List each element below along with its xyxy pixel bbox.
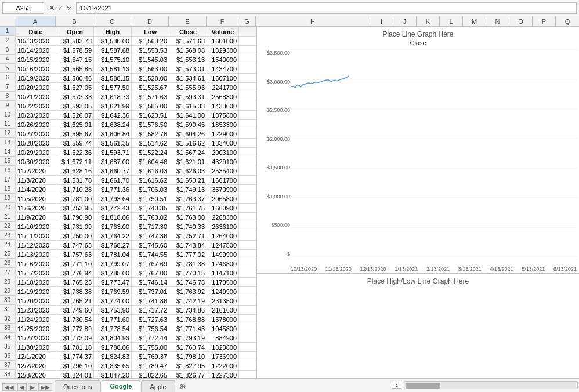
table-row[interactable]: 10/13/2020 $1,583.73 $1,530.00 $1,563.20… — [16, 37, 256, 46]
y-label-0: $ — [287, 251, 290, 257]
tab-nav-prev[interactable]: ◀ — [17, 383, 27, 391]
cell-reference-box[interactable]: A253 — [2, 2, 44, 14]
function-icon: fx — [66, 5, 71, 12]
table-row[interactable]: 11/27/2020 $1,773.09 $1,804.93 $1,772.44… — [16, 333, 256, 343]
col-header-L[interactable]: L — [440, 16, 463, 26]
formula-input[interactable]: 10/12/2021 — [76, 2, 577, 14]
col-header-G[interactable]: G — [238, 16, 256, 26]
col-header-O[interactable]: O — [509, 16, 533, 26]
table-row[interactable]: 11/24/2020 $1,730.54 $1,771.60 $1,727.63… — [16, 315, 256, 324]
table-row[interactable]: 10/23/2020 $1,626.07 $1,642.36 $1,620.51… — [16, 111, 256, 120]
y-label-1000: $1,000.00 — [267, 194, 290, 199]
table-row[interactable]: 10/16/2020 $1,565.85 $1,581.13 $1,563.00… — [16, 64, 256, 74]
col-header-I[interactable]: I — [370, 16, 393, 26]
chart-title: Place Line Graph Here — [257, 27, 579, 38]
row-num-29: 29 — [0, 286, 15, 296]
row-num-35: 35 — [0, 342, 15, 351]
table-row[interactable]: 10/30/2020 $ 1,672.11 $1,687.00 $1,604.4… — [16, 157, 256, 166]
col-header-F[interactable]: F — [207, 16, 238, 26]
x-label-6: 3/13/2021 — [458, 266, 482, 272]
table-row[interactable]: 10/14/2020 $1,578.59 $1,587.68 $1,550.53… — [16, 46, 256, 55]
line-chart-container: Place Line Graph Here Close $3,500.00 $3… — [257, 27, 579, 274]
row-num-8: 8 — [0, 92, 15, 101]
table-row[interactable]: 10/21/2020 $1,573.33 $1,618.73 $1,571.63… — [16, 92, 256, 101]
horizontal-scrollbar[interactable] — [404, 381, 578, 389]
row-num-4: 4 — [0, 55, 15, 64]
row-num-15: 15 — [0, 157, 15, 166]
high-low-chart-title: Place High/Low Line Graph Here — [257, 274, 579, 285]
add-sheet-button[interactable]: ⊕ — [177, 380, 189, 392]
high-low-chart-container: Place High/Low Line Graph Here — [257, 274, 579, 378]
row-numbers: 1 23456789101112131415161718192021222324… — [0, 27, 15, 378]
col-header-H[interactable]: H — [256, 16, 370, 26]
table-row[interactable]: 10/29/2020 $1,522.36 $1,593.71 $1,522.24… — [16, 148, 256, 157]
x-label-7: 4/13/2021 — [490, 266, 513, 272]
row-num-34: 34 — [0, 333, 15, 342]
table-row[interactable]: 11/2/2020 $1,628.16 $1,660.77 $1,616.03 … — [16, 166, 256, 176]
table-row[interactable]: 10/20/2020 $1,527.05 $1,577.50 $1,525.67… — [16, 83, 256, 92]
table-row[interactable]: 11/13/2020 $1,757.63 $1,781.04 $1,744.55… — [16, 250, 256, 259]
x-label-3: 12/13/2020 — [360, 266, 386, 272]
table-row[interactable]: 11/6/2020 $1,753.95 $1,772.43 $1,740.35 … — [16, 204, 256, 213]
table-row[interactable]: 12/1/2020 $1,774.37 $1,824.83 $1,769.37 … — [16, 352, 256, 361]
row-num-5: 5 — [0, 64, 15, 73]
left-data-area: 1 23456789101112131415161718192021222324… — [0, 27, 256, 378]
table-row[interactable]: 11/5/2020 $1,781.00 $1,793.64 $1,750.51 … — [16, 194, 256, 204]
row-num-22: 22 — [0, 222, 15, 231]
table-row[interactable]: 11/18/2020 $1,765.23 $1,773.47 $1,746.14… — [16, 278, 256, 287]
row-num-33: 33 — [0, 324, 15, 333]
table-row[interactable]: 10/28/2020 $1,559.74 $1,561.35 $1,514.62… — [16, 139, 256, 148]
table-row[interactable]: 10/19/2020 $1,580.46 $1,588.15 $1,528.00… — [16, 74, 256, 83]
table-row[interactable]: 10/26/2020 $1,625.01 $1,638.24 $1,576.50… — [16, 120, 256, 129]
table-row[interactable]: 11/30/2020 $1,781.18 $1,788.06 $1,755.00… — [16, 343, 256, 352]
row-num-7: 7 — [0, 82, 15, 92]
table-row[interactable]: 11/23/2020 $1,749.60 $1,753.90 $1,717.72… — [16, 306, 256, 315]
table-row[interactable]: 11/25/2020 $1,772.89 $1,778.54 $1,756.54… — [16, 324, 256, 333]
y-label-3500: $3,500.00 — [267, 50, 290, 56]
scrollbar-thumb[interactable] — [406, 383, 440, 389]
x-label-8: 5/13/2021 — [522, 266, 545, 272]
table-row[interactable]: 11/11/2020 $1,750.00 $1,764.22 $1,747.36… — [16, 231, 256, 241]
tab-nav-next[interactable]: ▶ — [28, 383, 37, 391]
tab-nav-last[interactable]: ▶▶ — [38, 383, 52, 391]
table-row[interactable]: 12/3/2020 $1,824.01 $1,847.20 $1,822.65 … — [16, 371, 256, 379]
row-num-10: 10 — [0, 110, 15, 119]
col-header-P[interactable]: P — [533, 16, 556, 26]
row-num-38: 38 — [0, 370, 15, 378]
col-header-E[interactable]: E — [169, 16, 207, 26]
table-row[interactable]: 11/20/2020 $1,765.21 $1,774.00 $1,741.86… — [16, 296, 256, 306]
table-row[interactable]: 11/12/2020 $1,747.63 $1,768.27 $1,745.60… — [16, 241, 256, 250]
table-row[interactable]: 11/9/2020 $1,790.90 $1,818.06 $1,760.02 … — [16, 213, 256, 222]
table-row[interactable]: 11/3/2020 $1,631.78 $1,661.70 $1,616.62 … — [16, 176, 256, 185]
table-row[interactable]: 11/16/2020 $1,771.10 $1,799.07 $1,767.69… — [16, 259, 256, 268]
table-row[interactable]: 10/27/2020 $1,595.67 $1,606.84 $1,582.78… — [16, 129, 256, 139]
tab-nav-first[interactable]: ◀◀ — [2, 383, 16, 391]
sheet-tab-google[interactable]: Google — [102, 380, 141, 392]
table-row[interactable]: 10/15/2020 $1,547.15 $1,575.10 $1,545.03… — [16, 55, 256, 64]
formula-bar-row: A253 ✕ ✓ fx 10/12/2021 — [0, 0, 579, 16]
y-label-3000: $3,000.00 — [267, 79, 290, 85]
col-header-D[interactable]: D — [131, 16, 169, 26]
col-header-Q[interactable]: Q — [556, 16, 579, 26]
col-header-M[interactable]: M — [463, 16, 486, 26]
col-header-B[interactable]: B — [56, 16, 93, 26]
table-row[interactable]: 10/22/2020 $1,593.05 $1,621.99 $1,585.00… — [16, 101, 256, 111]
col-header-A[interactable]: A — [15, 16, 56, 26]
y-label-2500: $2,500.00 — [267, 107, 290, 113]
sheet-tab-questions[interactable]: Questions — [55, 380, 101, 392]
table-row[interactable]: 11/17/2020 $1,776.94 $1,785.00 $1,767.00… — [16, 268, 256, 278]
sheet-tab-apple[interactable]: Apple — [141, 380, 175, 392]
table-row[interactable]: 12/2/2020 $1,796.10 $1,835.65 $1,789.47 … — [16, 361, 256, 371]
grid-body: 1 23456789101112131415161718192021222324… — [0, 27, 579, 378]
row-num-16: 16 — [0, 166, 15, 175]
table-row[interactable]: 11/4/2020 $1,710.28 $1,771.36 $1,706.03 … — [16, 185, 256, 194]
col-header-C[interactable]: C — [93, 16, 131, 26]
col-header-N[interactable]: N — [486, 16, 509, 26]
row-num-13: 13 — [0, 138, 15, 147]
sheet-area: A B C D E F G H I J K L M N O P Q 1 — [0, 16, 579, 378]
row-num-23: 23 — [0, 231, 15, 240]
col-header-K[interactable]: K — [417, 16, 440, 26]
table-row[interactable]: 11/19/2020 $1,738.38 $1,769.59 $1,737.01… — [16, 287, 256, 296]
col-header-J[interactable]: J — [393, 16, 417, 26]
table-row[interactable]: 11/10/2020 $1,731.09 $1,763.00 $1,717.30… — [16, 222, 256, 231]
